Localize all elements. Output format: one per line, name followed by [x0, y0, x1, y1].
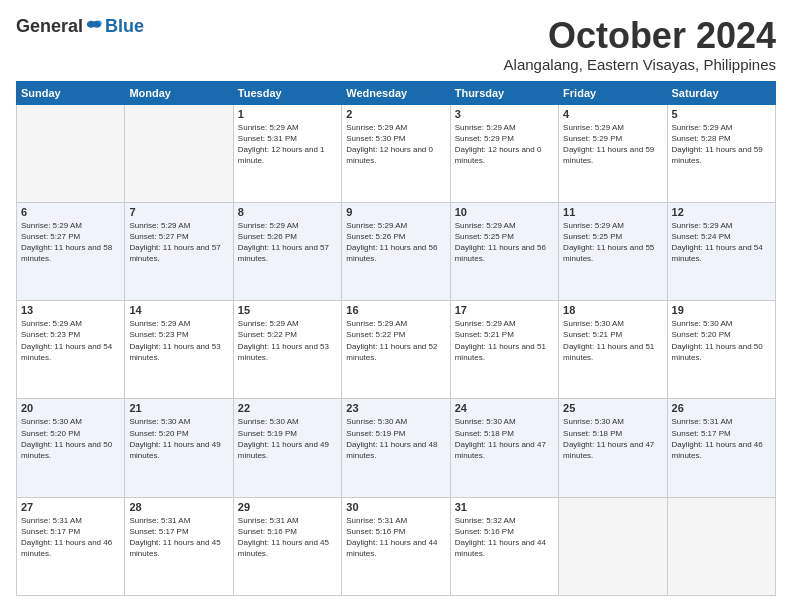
day-number: 15 — [238, 304, 337, 316]
day-info: Sunrise: 5:29 AMSunset: 5:26 PMDaylight:… — [346, 220, 445, 265]
logo: General Blue — [16, 16, 144, 37]
day-info: Sunrise: 5:29 AMSunset: 5:24 PMDaylight:… — [672, 220, 771, 265]
calendar-day-cell: 5Sunrise: 5:29 AMSunset: 5:28 PMDaylight… — [667, 104, 775, 202]
day-info: Sunrise: 5:29 AMSunset: 5:29 PMDaylight:… — [455, 122, 554, 167]
day-info: Sunrise: 5:29 AMSunset: 5:29 PMDaylight:… — [563, 122, 662, 167]
calendar-week-row: 13Sunrise: 5:29 AMSunset: 5:23 PMDayligh… — [17, 301, 776, 399]
calendar-week-row: 27Sunrise: 5:31 AMSunset: 5:17 PMDayligh… — [17, 497, 776, 595]
day-info: Sunrise: 5:29 AMSunset: 5:22 PMDaylight:… — [346, 318, 445, 363]
calendar-day-cell: 22Sunrise: 5:30 AMSunset: 5:19 PMDayligh… — [233, 399, 341, 497]
day-number: 18 — [563, 304, 662, 316]
day-number: 22 — [238, 402, 337, 414]
day-info: Sunrise: 5:30 AMSunset: 5:21 PMDaylight:… — [563, 318, 662, 363]
day-number: 26 — [672, 402, 771, 414]
day-number: 20 — [21, 402, 120, 414]
day-number: 30 — [346, 501, 445, 513]
calendar-day-cell: 29Sunrise: 5:31 AMSunset: 5:16 PMDayligh… — [233, 497, 341, 595]
weekday-header-thursday: Thursday — [450, 81, 558, 104]
calendar-day-cell: 16Sunrise: 5:29 AMSunset: 5:22 PMDayligh… — [342, 301, 450, 399]
calendar-day-cell: 21Sunrise: 5:30 AMSunset: 5:20 PMDayligh… — [125, 399, 233, 497]
day-info: Sunrise: 5:29 AMSunset: 5:26 PMDaylight:… — [238, 220, 337, 265]
calendar-day-cell: 18Sunrise: 5:30 AMSunset: 5:21 PMDayligh… — [559, 301, 667, 399]
calendar-day-cell — [125, 104, 233, 202]
calendar-day-cell: 17Sunrise: 5:29 AMSunset: 5:21 PMDayligh… — [450, 301, 558, 399]
calendar-table: SundayMondayTuesdayWednesdayThursdayFrid… — [16, 81, 776, 596]
day-number: 31 — [455, 501, 554, 513]
day-info: Sunrise: 5:29 AMSunset: 5:23 PMDaylight:… — [21, 318, 120, 363]
day-number: 19 — [672, 304, 771, 316]
day-number: 5 — [672, 108, 771, 120]
calendar-week-row: 1Sunrise: 5:29 AMSunset: 5:31 PMDaylight… — [17, 104, 776, 202]
calendar-day-cell: 10Sunrise: 5:29 AMSunset: 5:25 PMDayligh… — [450, 202, 558, 300]
day-info: Sunrise: 5:29 AMSunset: 5:23 PMDaylight:… — [129, 318, 228, 363]
day-number: 8 — [238, 206, 337, 218]
day-info: Sunrise: 5:29 AMSunset: 5:27 PMDaylight:… — [21, 220, 120, 265]
logo-general-text: General — [16, 16, 83, 37]
day-info: Sunrise: 5:29 AMSunset: 5:31 PMDaylight:… — [238, 122, 337, 167]
weekday-header-row: SundayMondayTuesdayWednesdayThursdayFrid… — [17, 81, 776, 104]
calendar-day-cell: 19Sunrise: 5:30 AMSunset: 5:20 PMDayligh… — [667, 301, 775, 399]
calendar-week-row: 6Sunrise: 5:29 AMSunset: 5:27 PMDaylight… — [17, 202, 776, 300]
day-info: Sunrise: 5:30 AMSunset: 5:20 PMDaylight:… — [21, 416, 120, 461]
calendar-day-cell: 31Sunrise: 5:32 AMSunset: 5:16 PMDayligh… — [450, 497, 558, 595]
calendar-day-cell: 11Sunrise: 5:29 AMSunset: 5:25 PMDayligh… — [559, 202, 667, 300]
calendar-day-cell: 15Sunrise: 5:29 AMSunset: 5:22 PMDayligh… — [233, 301, 341, 399]
day-number: 10 — [455, 206, 554, 218]
day-number: 1 — [238, 108, 337, 120]
day-info: Sunrise: 5:29 AMSunset: 5:25 PMDaylight:… — [563, 220, 662, 265]
weekday-header-monday: Monday — [125, 81, 233, 104]
calendar-day-cell: 8Sunrise: 5:29 AMSunset: 5:26 PMDaylight… — [233, 202, 341, 300]
day-number: 27 — [21, 501, 120, 513]
day-info: Sunrise: 5:29 AMSunset: 5:28 PMDaylight:… — [672, 122, 771, 167]
day-info: Sunrise: 5:30 AMSunset: 5:18 PMDaylight:… — [455, 416, 554, 461]
calendar-day-cell: 7Sunrise: 5:29 AMSunset: 5:27 PMDaylight… — [125, 202, 233, 300]
weekday-header-sunday: Sunday — [17, 81, 125, 104]
logo-blue-text: Blue — [105, 16, 144, 37]
day-info: Sunrise: 5:30 AMSunset: 5:18 PMDaylight:… — [563, 416, 662, 461]
location-subtitle: Alangalang, Eastern Visayas, Philippines — [504, 56, 776, 73]
calendar-day-cell: 26Sunrise: 5:31 AMSunset: 5:17 PMDayligh… — [667, 399, 775, 497]
page-header: General Blue October 2024 Alangalang, Ea… — [16, 16, 776, 73]
day-number: 28 — [129, 501, 228, 513]
day-number: 24 — [455, 402, 554, 414]
calendar-day-cell: 14Sunrise: 5:29 AMSunset: 5:23 PMDayligh… — [125, 301, 233, 399]
day-info: Sunrise: 5:32 AMSunset: 5:16 PMDaylight:… — [455, 515, 554, 560]
day-number: 11 — [563, 206, 662, 218]
day-info: Sunrise: 5:31 AMSunset: 5:17 PMDaylight:… — [672, 416, 771, 461]
day-number: 16 — [346, 304, 445, 316]
calendar-day-cell: 20Sunrise: 5:30 AMSunset: 5:20 PMDayligh… — [17, 399, 125, 497]
calendar-day-cell — [17, 104, 125, 202]
calendar-day-cell: 23Sunrise: 5:30 AMSunset: 5:19 PMDayligh… — [342, 399, 450, 497]
day-info: Sunrise: 5:31 AMSunset: 5:17 PMDaylight:… — [129, 515, 228, 560]
day-info: Sunrise: 5:31 AMSunset: 5:17 PMDaylight:… — [21, 515, 120, 560]
day-info: Sunrise: 5:31 AMSunset: 5:16 PMDaylight:… — [346, 515, 445, 560]
day-number: 4 — [563, 108, 662, 120]
day-number: 23 — [346, 402, 445, 414]
day-info: Sunrise: 5:29 AMSunset: 5:30 PMDaylight:… — [346, 122, 445, 167]
calendar-day-cell — [667, 497, 775, 595]
calendar-page: General Blue October 2024 Alangalang, Ea… — [0, 0, 792, 612]
weekday-header-friday: Friday — [559, 81, 667, 104]
day-info: Sunrise: 5:29 AMSunset: 5:21 PMDaylight:… — [455, 318, 554, 363]
month-title: October 2024 — [504, 16, 776, 56]
calendar-day-cell: 24Sunrise: 5:30 AMSunset: 5:18 PMDayligh… — [450, 399, 558, 497]
calendar-day-cell: 4Sunrise: 5:29 AMSunset: 5:29 PMDaylight… — [559, 104, 667, 202]
day-number: 7 — [129, 206, 228, 218]
calendar-day-cell — [559, 497, 667, 595]
calendar-day-cell: 9Sunrise: 5:29 AMSunset: 5:26 PMDaylight… — [342, 202, 450, 300]
day-number: 17 — [455, 304, 554, 316]
day-info: Sunrise: 5:29 AMSunset: 5:22 PMDaylight:… — [238, 318, 337, 363]
day-info: Sunrise: 5:30 AMSunset: 5:19 PMDaylight:… — [346, 416, 445, 461]
day-number: 9 — [346, 206, 445, 218]
day-info: Sunrise: 5:31 AMSunset: 5:16 PMDaylight:… — [238, 515, 337, 560]
weekday-header-wednesday: Wednesday — [342, 81, 450, 104]
day-info: Sunrise: 5:30 AMSunset: 5:20 PMDaylight:… — [129, 416, 228, 461]
day-number: 13 — [21, 304, 120, 316]
day-info: Sunrise: 5:29 AMSunset: 5:25 PMDaylight:… — [455, 220, 554, 265]
day-info: Sunrise: 5:29 AMSunset: 5:27 PMDaylight:… — [129, 220, 228, 265]
day-number: 2 — [346, 108, 445, 120]
day-number: 29 — [238, 501, 337, 513]
day-number: 14 — [129, 304, 228, 316]
day-number: 12 — [672, 206, 771, 218]
calendar-day-cell: 25Sunrise: 5:30 AMSunset: 5:18 PMDayligh… — [559, 399, 667, 497]
